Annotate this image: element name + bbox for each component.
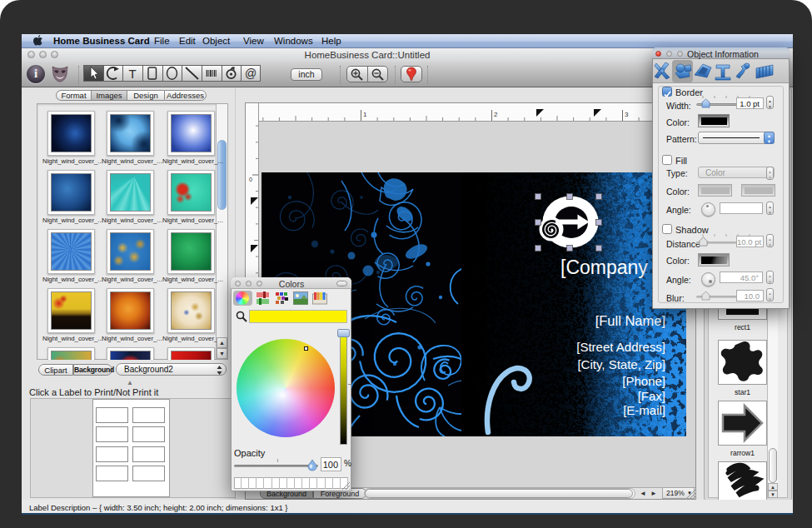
svg-text:2: 2	[494, 111, 498, 118]
svg-text:[Street Address]: [Street Address]	[576, 340, 665, 354]
svg-text:[City, State, Zip]: [City, State, Zip]	[577, 357, 665, 371]
svg-text:[E-mail]: [E-mail]	[623, 403, 665, 417]
svg-text:[Fax]: [Fax]	[638, 389, 665, 403]
svg-text:[Full Name]: [Full Name]	[595, 313, 665, 328]
svg-text:3: 3	[625, 111, 629, 118]
svg-text:0: 0	[249, 177, 252, 182]
svg-text:1: 1	[363, 111, 367, 118]
svg-text:[Phone]: [Phone]	[622, 374, 665, 388]
